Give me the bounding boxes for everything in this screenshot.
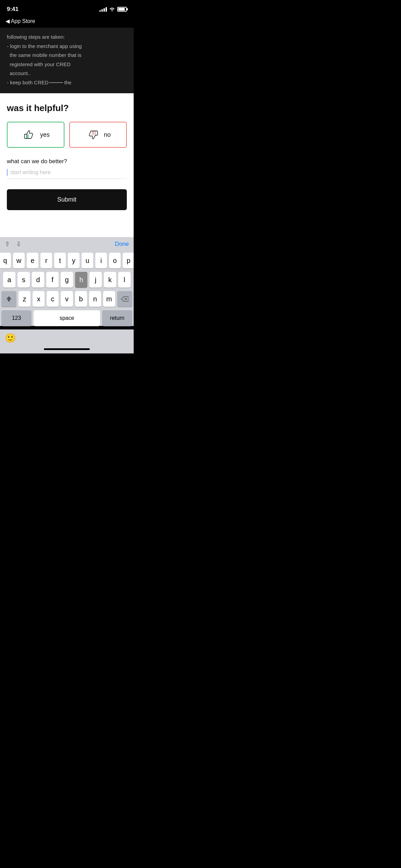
keyboard-row-4: 123 space return: [1, 310, 132, 326]
keyboard-row-2: a s d f g h j k l: [1, 272, 132, 288]
background-text: following steps are taken: - login to th…: [7, 33, 127, 86]
key-x[interactable]: x: [33, 291, 45, 307]
svg-point-2: [32, 134, 33, 134]
svg-rect-4: [92, 131, 94, 135]
signal-icon: [99, 7, 107, 12]
key-o[interactable]: o: [109, 253, 121, 268]
svg-point-5: [90, 137, 91, 138]
key-a[interactable]: a: [3, 272, 15, 288]
key-c[interactable]: c: [47, 291, 59, 307]
feedback-options: yes no: [7, 122, 127, 148]
key-j[interactable]: j: [89, 272, 102, 288]
suggestion-label: what can we do better?: [7, 158, 127, 165]
thumbs-up-icon: [22, 127, 37, 142]
feedback-title: was it helpful?: [7, 103, 127, 113]
key-u[interactable]: u: [82, 253, 93, 268]
key-p[interactable]: p: [123, 253, 134, 268]
key-w[interactable]: w: [13, 253, 25, 268]
key-t[interactable]: t: [54, 253, 66, 268]
key-k[interactable]: k: [104, 272, 116, 288]
battery-icon: [117, 7, 127, 12]
key-r[interactable]: r: [40, 253, 52, 268]
yes-button[interactable]: yes: [7, 122, 64, 148]
keyboard-next-button[interactable]: ⇩: [16, 240, 21, 248]
keyboard-row-3: z x c v b n m: [1, 291, 132, 307]
key-b[interactable]: b: [75, 291, 87, 307]
submit-button[interactable]: Submit: [7, 189, 127, 210]
keyboard-prev-button[interactable]: ⇧: [5, 240, 10, 248]
key-f[interactable]: f: [46, 272, 59, 288]
back-button[interactable]: ◀ App Store: [5, 18, 35, 24]
key-z[interactable]: z: [19, 291, 31, 307]
keyboard-done-button[interactable]: Done: [115, 241, 129, 248]
key-m[interactable]: m: [103, 291, 115, 307]
suggestion-placeholder: start writing here: [10, 169, 51, 176]
key-n[interactable]: n: [89, 291, 101, 307]
app-store-nav: ◀ App Store: [0, 16, 134, 28]
delete-icon: [121, 296, 129, 302]
wifi-icon: [109, 7, 115, 12]
yes-label: yes: [40, 131, 50, 138]
no-label: no: [104, 131, 111, 138]
key-l[interactable]: l: [118, 272, 131, 288]
key-shift[interactable]: [1, 291, 16, 307]
suggestion-input-area[interactable]: start writing here: [7, 169, 127, 179]
key-numbers[interactable]: 123: [1, 310, 32, 326]
background-content: following steps are taken: - login to th…: [0, 28, 134, 93]
key-g[interactable]: g: [61, 272, 73, 288]
key-s[interactable]: s: [17, 272, 30, 288]
text-cursor: [7, 169, 8, 176]
key-h[interactable]: h: [75, 272, 87, 288]
key-e[interactable]: e: [27, 253, 38, 268]
svg-point-6: [88, 135, 89, 135]
emoji-button[interactable]: 🙂: [5, 333, 16, 343]
key-return[interactable]: return: [102, 310, 132, 326]
status-bar: 9:41: [0, 0, 134, 16]
key-space[interactable]: space: [34, 310, 100, 326]
keyboard-bottom: 🙂: [0, 329, 134, 346]
feedback-panel: was it helpful? yes: [0, 93, 134, 237]
key-y[interactable]: y: [68, 253, 80, 268]
key-i[interactable]: i: [95, 253, 107, 268]
keyboard[interactable]: q w e r t y u i o p a s d f g h j k l z …: [0, 251, 134, 326]
keyboard-row-1: q w e r t y u i o p: [1, 253, 132, 268]
key-delete[interactable]: [117, 291, 132, 307]
status-icons: [99, 7, 127, 12]
keyboard-toolbar: ⇧ ⇩ Done: [0, 237, 134, 251]
home-bar-row: [0, 346, 134, 353]
svg-point-1: [31, 132, 32, 133]
status-time: 9:41: [7, 6, 19, 13]
svg-point-3: [32, 131, 32, 131]
key-v[interactable]: v: [61, 291, 73, 307]
shift-icon: [5, 295, 13, 303]
thumbs-down-icon: [85, 127, 100, 142]
no-button[interactable]: no: [69, 122, 127, 148]
keyboard-nav-buttons: ⇧ ⇩: [5, 240, 21, 248]
home-indicator: [44, 348, 90, 350]
key-d[interactable]: d: [32, 272, 44, 288]
key-q[interactable]: q: [0, 253, 11, 268]
